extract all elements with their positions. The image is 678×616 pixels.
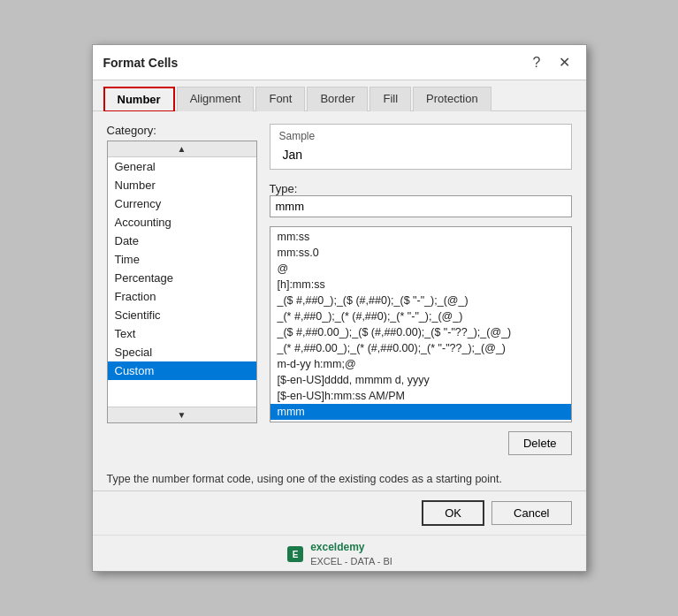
dialog-body: Category: ▲ GeneralNumberCurrencyAccount… [93, 111, 586, 468]
list-item[interactable]: Custom [108, 361, 256, 380]
list-item[interactable]: Special [108, 343, 256, 361]
list-item[interactable]: Accounting [108, 213, 256, 232]
right-panel: Sample Jan Type: mm:ssmm:ss.0@[h]:mm:ss_… [270, 124, 572, 455]
tab-protection[interactable]: Protection [413, 87, 491, 111]
sample-label: Sample [279, 130, 562, 142]
cancel-button[interactable]: Cancel [491, 501, 571, 525]
format-list[interactable]: mm:ssmm:ss.0@[h]:mm:ss_($ #,##0_);_($ (#… [270, 227, 571, 422]
watermark: E exceldemy EXCEL - DATA - BI [93, 535, 586, 571]
category-label: Category: [107, 124, 257, 137]
list-item[interactable]: Fraction [108, 287, 256, 306]
category-scroll-down[interactable]: ▼ [108, 407, 256, 422]
category-scroll-up[interactable]: ▲ [108, 141, 256, 157]
list-item[interactable]: _($ #,##0_);_($ (#,##0);_($ "-"_);_(@_) [270, 293, 571, 308]
list-item[interactable]: General [108, 157, 256, 176]
list-item[interactable]: _($ #,##0.00_);_($ (#,##0.00);_($ "-"??_… [270, 324, 571, 340]
tab-fill[interactable]: Fill [369, 87, 411, 111]
tab-font[interactable]: Font [255, 87, 305, 111]
watermark-text: exceldemy EXCEL - DATA - BI [310, 541, 392, 567]
sample-value: Jan [279, 146, 562, 164]
dialog-title: Format Cells [103, 56, 179, 70]
title-bar: Format Cells ? ✕ [93, 45, 586, 80]
tab-border[interactable]: Border [307, 87, 368, 111]
list-item[interactable]: mm:ss [270, 229, 571, 245]
list-item[interactable]: Percentage [108, 269, 256, 287]
list-item[interactable]: [h]:mm:ss [270, 277, 571, 293]
list-item[interactable]: _(* #,##0_);_(* (#,##0);_(* "-"_);_(@_) [270, 308, 571, 324]
dialog-footer: OK Cancel [93, 491, 586, 535]
format-cells-dialog: Format Cells ? ✕ Number Alignment Font B… [92, 44, 587, 572]
list-item[interactable]: Currency [108, 194, 256, 213]
category-panel: Category: ▲ GeneralNumberCurrencyAccount… [107, 124, 257, 455]
svg-text:E: E [293, 550, 299, 559]
close-button[interactable]: ✕ [553, 52, 575, 72]
list-item[interactable]: mmm [270, 404, 571, 420]
sample-section: Sample Jan [270, 124, 572, 170]
type-label: Type: [270, 182, 572, 195]
category-list: ▲ GeneralNumberCurrencyAccountingDateTim… [107, 141, 257, 423]
tab-alignment[interactable]: Alignment [177, 87, 255, 111]
help-button[interactable]: ? [528, 52, 546, 72]
list-item[interactable]: Date [108, 232, 256, 250]
ok-button[interactable]: OK [422, 500, 484, 526]
list-item[interactable]: Number [108, 176, 256, 194]
category-list-inner[interactable]: GeneralNumberCurrencyAccountingDateTimeP… [108, 157, 256, 407]
hint-text: Type the number format code, using one o… [93, 468, 586, 491]
list-item[interactable]: m-d-yy h:mm;@ [270, 356, 571, 372]
list-item[interactable]: _(* #,##0.00_);_(* (#,##0.00);_(* "-"??_… [270, 340, 571, 356]
list-item[interactable]: Scientific [108, 306, 256, 324]
type-input[interactable] [270, 195, 572, 217]
list-item[interactable]: [$-en-US]dddd, mmmm d, yyyy [270, 372, 571, 388]
delete-button[interactable]: Delete [508, 431, 572, 455]
type-section: Type: [270, 179, 572, 217]
list-item[interactable]: @ [270, 261, 571, 277]
tab-number[interactable]: Number [103, 87, 175, 111]
watermark-icon: E [286, 544, 305, 564]
list-item[interactable]: mm:ss.0 [270, 245, 571, 261]
list-item[interactable]: Time [108, 250, 256, 269]
format-list-container: mm:ssmm:ss.0@[h]:mm:ss_($ #,##0_);_($ (#… [270, 226, 572, 422]
tab-bar: Number Alignment Font Border Fill Protec… [93, 80, 586, 111]
title-bar-buttons: ? ✕ [528, 52, 575, 72]
list-item[interactable]: [$-en-US]h:mm:ss AM/PM [270, 388, 571, 404]
list-item[interactable]: Text [108, 324, 256, 343]
